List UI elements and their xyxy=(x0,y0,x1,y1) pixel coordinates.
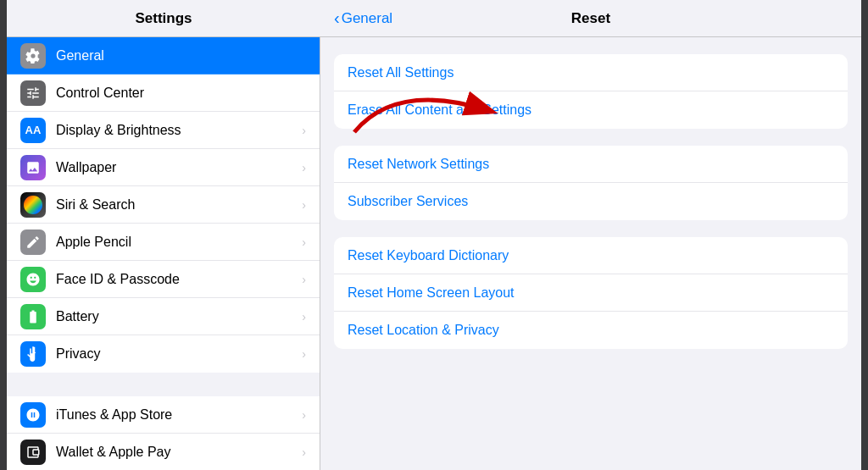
top-bar: Settings ‹ General Reset xyxy=(7,0,861,37)
sidebar-item-label: Siri & Search xyxy=(56,197,135,213)
chevron-right-icon: › xyxy=(302,408,306,422)
left-device-bar xyxy=(0,0,7,470)
sidebar-item-itunes[interactable]: iTunes & App Store › xyxy=(7,396,320,434)
itunes-icon-bg xyxy=(20,402,46,428)
erase-all-label: Erase All Content and Settings xyxy=(348,102,531,118)
sidebar-item-label: iTunes & App Store xyxy=(56,407,172,423)
reset-location-label: Reset Location & Privacy xyxy=(348,323,499,338)
chevron-right-icon: › xyxy=(302,445,306,459)
hand-icon xyxy=(25,346,41,362)
back-label: General xyxy=(342,10,392,27)
sidebar-item-label: Battery xyxy=(56,309,99,324)
sliders-icon xyxy=(25,86,41,101)
siri-icon xyxy=(20,192,46,218)
control-center-icon xyxy=(20,80,46,106)
wallet-icon xyxy=(25,445,41,460)
display-icon: AA xyxy=(20,118,46,143)
reset-home-label: Reset Home Screen Layout xyxy=(348,285,515,301)
sidebar-item-faceid[interactable]: Face ID & Passcode › xyxy=(7,261,320,298)
sidebar-item-label: Privacy xyxy=(56,346,100,362)
sidebar-item-label: Wallet & Apple Pay xyxy=(56,445,170,460)
chevron-right-icon: › xyxy=(302,198,306,212)
sidebar-item-wallet[interactable]: Wallet & Apple Pay › xyxy=(7,434,320,470)
subscriber-services-item[interactable]: Subscriber Services xyxy=(334,183,848,220)
wallpaper-icon xyxy=(20,155,46,180)
sidebar-item-label: Display & Brightness xyxy=(56,123,181,138)
page-title: Reset xyxy=(571,10,610,27)
sidebar-item-general[interactable]: General xyxy=(7,37,320,75)
sidebar-title: Settings xyxy=(135,10,192,27)
faceid-icon xyxy=(25,272,41,287)
sidebar-item-apple-pencil[interactable]: Apple Pencil › xyxy=(7,224,320,261)
image-icon xyxy=(25,160,41,175)
back-button[interactable]: ‹ General xyxy=(334,8,392,28)
sidebar-item-privacy[interactable]: Privacy › xyxy=(7,335,320,373)
reset-keyboard-label: Reset Keyboard Dictionary xyxy=(348,248,509,263)
reset-section-1: Reset All Settings Erase All Content and… xyxy=(334,54,848,129)
reset-section-2: Reset Network Settings Subscriber Servic… xyxy=(334,146,848,220)
chevron-right-icon: › xyxy=(302,273,306,286)
reset-network-label: Reset Network Settings xyxy=(348,157,489,172)
sidebar-item-display[interactable]: AA Display & Brightness › xyxy=(7,112,320,149)
pencil-icon-bg xyxy=(20,229,46,255)
sidebar-group-2: iTunes & App Store › Wallet & Apple Pay … xyxy=(7,396,320,470)
aa-icon: AA xyxy=(25,124,42,136)
reset-all-settings-item[interactable]: Reset All Settings xyxy=(334,54,848,91)
sidebar-item-label: Wallpaper xyxy=(56,160,116,175)
chevron-right-icon: › xyxy=(302,310,306,323)
sidebar-group-1: General Control Center › xyxy=(7,37,320,373)
faceid-icon-bg xyxy=(20,267,46,292)
battery-icon xyxy=(25,309,41,324)
reset-all-label: Reset All Settings xyxy=(348,65,453,80)
sidebar-item-wallpaper[interactable]: Wallpaper › xyxy=(7,149,320,186)
sidebar-item-siri[interactable]: Siri & Search › xyxy=(7,186,320,224)
chevron-right-icon: › xyxy=(302,161,306,174)
sidebar-item-label: Control Center xyxy=(56,86,144,101)
sidebar-header: Settings xyxy=(7,0,320,36)
right-panel: Reset All Settings Erase All Content and… xyxy=(320,37,861,470)
sidebar: General Control Center › xyxy=(7,37,320,470)
sidebar-item-label: Face ID & Passcode xyxy=(56,272,180,287)
sidebar-item-control-center[interactable]: Control Center › xyxy=(7,75,320,112)
chevron-right-icon: › xyxy=(302,347,306,361)
reset-section-3: Reset Keyboard Dictionary Reset Home Scr… xyxy=(334,237,848,349)
subscriber-label: Subscriber Services xyxy=(348,194,468,209)
reset-network-item[interactable]: Reset Network Settings xyxy=(334,146,848,183)
reset-home-item[interactable]: Reset Home Screen Layout xyxy=(334,274,848,312)
appstore-icon xyxy=(25,407,41,423)
pencil-icon xyxy=(25,235,41,250)
sidebar-item-label: Apple Pencil xyxy=(56,235,131,250)
gear-icon xyxy=(25,48,41,64)
sidebar-section-gap-1 xyxy=(7,373,320,396)
reset-location-item[interactable]: Reset Location & Privacy xyxy=(334,312,848,349)
chevron-right-icon: › xyxy=(302,124,306,137)
chevron-left-icon: ‹ xyxy=(334,8,340,28)
sidebar-item-battery[interactable]: Battery › xyxy=(7,298,320,335)
right-device-bar xyxy=(861,0,868,470)
wallet-icon-bg xyxy=(20,440,46,465)
reset-keyboard-item[interactable]: Reset Keyboard Dictionary xyxy=(334,237,848,274)
general-icon xyxy=(20,43,46,69)
chevron-right-icon: › xyxy=(302,235,306,249)
privacy-icon-bg xyxy=(20,341,46,367)
battery-icon-bg xyxy=(20,304,46,329)
sidebar-item-label: General xyxy=(56,48,104,64)
erase-all-item[interactable]: Erase All Content and Settings xyxy=(334,91,848,129)
right-header: ‹ General Reset xyxy=(320,0,861,36)
